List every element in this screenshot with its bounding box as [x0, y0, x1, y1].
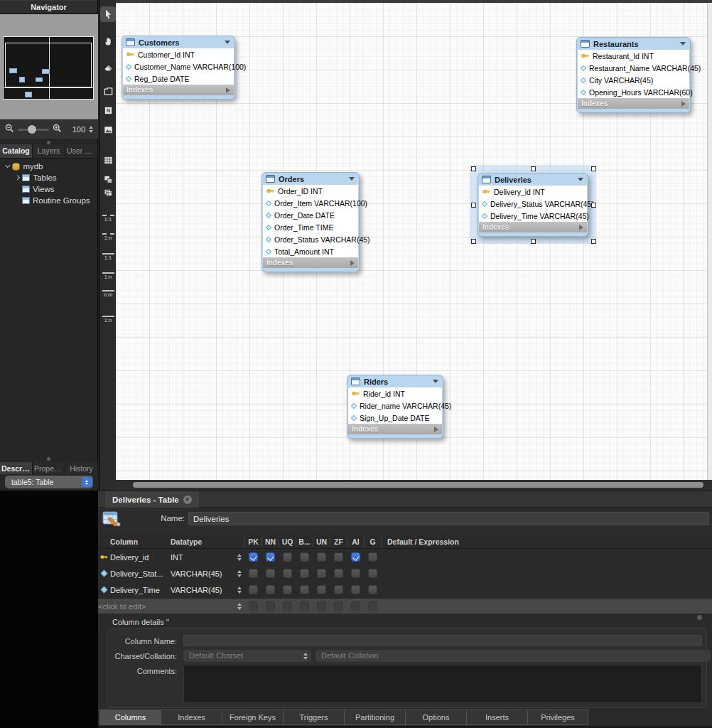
table-column-row[interactable]: Rider_id INT [348, 387, 442, 400]
checkbox-un[interactable] [317, 585, 326, 594]
checkbox-b[interactable] [300, 552, 309, 562]
table-column-row[interactable]: Sign_Up_Date DATE [348, 412, 442, 424]
checkbox-pk[interactable] [249, 552, 258, 562]
checkbox-uq[interactable] [283, 585, 292, 594]
charset-dropdown[interactable]: Default Charset [183, 650, 311, 662]
tab-catalog[interactable]: Catalog [0, 144, 33, 158]
tree-item-tables[interactable]: Tables [0, 172, 98, 183]
datatype-stepper-icon[interactable] [234, 587, 244, 594]
editor-tab-inserts[interactable]: Inserts [466, 710, 527, 725]
collation-dropdown[interactable]: Default Collation [315, 650, 711, 662]
selection-handle[interactable] [531, 239, 536, 244]
selection-handle[interactable] [531, 166, 536, 171]
tool-rel-1-1-non-identifying[interactable]: 1:1 [100, 210, 116, 226]
indexes-footer[interactable]: Indexes [479, 222, 587, 232]
tool-rel-1-n-identifying[interactable]: 1:n [100, 268, 116, 284]
table-column-row[interactable]: Order_Date DATE [263, 209, 358, 221]
grid-row-delivery-id[interactable]: Delivery_idINT [98, 549, 712, 565]
tool-layer[interactable] [100, 83, 116, 99]
checkbox-un[interactable] [317, 552, 326, 562]
checkbox-pk[interactable] [249, 569, 258, 578]
tool-rel-1-n-non-identifying[interactable]: 1:n [100, 229, 116, 245]
diagram-table-riders[interactable]: RidersRider_id INTRider_name VARCHAR(45)… [347, 375, 443, 439]
tab-user-ty-[interactable]: User Ty... [65, 144, 98, 158]
collapse-arrow-icon[interactable] [225, 41, 230, 44]
indexes-footer[interactable]: Indexes [578, 98, 689, 109]
table-column-row[interactable]: Opening_Hours VARCHAR(60) [578, 86, 689, 98]
cell-datatype[interactable]: VARCHAR(45) [171, 586, 234, 594]
checkbox-uq[interactable] [283, 569, 292, 578]
table-column-row[interactable]: Delivery_Status VARCHAR(45) [479, 198, 587, 210]
cell-column-name[interactable]: Delivery_Time [110, 586, 171, 594]
table-column-row[interactable]: Order_Status VARCHAR(45) [263, 233, 358, 245]
tab-properties[interactable]: Properties [33, 462, 65, 475]
zoom-out-icon[interactable] [5, 123, 14, 136]
table-column-row[interactable]: City VARCHAR(45) [578, 74, 689, 86]
canvas-vertical-scrollbar[interactable] [707, 3, 712, 480]
tab-history[interactable]: History [65, 462, 98, 475]
selection-handle[interactable] [591, 166, 596, 171]
selection-handle[interactable] [471, 166, 476, 171]
diagram-table-deliveries[interactable]: DeliveriesDelivery_id INTDelivery_Status… [478, 173, 588, 237]
tree-item-routine-groups[interactable]: Routine Groups [0, 195, 98, 206]
editor-tab-deliveries[interactable]: Deliveries - Table ✕ [105, 491, 199, 508]
grid-row-delivery-time[interactable]: Delivery_TimeVARCHAR(45) [98, 582, 712, 598]
tool-cursor[interactable] [100, 6, 116, 22]
checkbox-nn[interactable] [266, 569, 275, 578]
tree-item-views[interactable]: Views [0, 183, 98, 195]
minimap-viewport-rect[interactable] [5, 43, 92, 87]
collapse-arrow-icon[interactable] [349, 177, 355, 181]
indexes-footer[interactable]: Indexes [348, 424, 442, 434]
table-column-row[interactable]: Restaurant_Id INT [578, 50, 689, 62]
horizontal-scrollbar-thumb[interactable] [133, 482, 703, 488]
tree-item-schema[interactable]: mydb [0, 161, 98, 172]
zoom-in-icon[interactable] [53, 123, 62, 136]
tab-layers[interactable]: Layers [33, 144, 65, 158]
editor-tab-triggers[interactable]: Triggers [283, 710, 344, 725]
checkbox-zf[interactable] [334, 585, 343, 594]
table-column-row[interactable]: Rider_name VARCHAR(45) [348, 400, 442, 412]
panel-drag-handle-2[interactable] [47, 457, 50, 461]
zoom-slider-thumb[interactable] [28, 125, 36, 134]
tool-rel-1-n-existing-columns[interactable]: 1:n [100, 311, 116, 327]
checkbox-pk[interactable] [249, 585, 258, 594]
editor-tab-indexes[interactable]: Indexes [161, 710, 222, 725]
eer-diagram-canvas[interactable]: CustomersCustomer_Id INTCustomer_Name VA… [116, 3, 707, 480]
navigator-minimap[interactable] [0, 14, 98, 119]
checkbox-ai[interactable] [351, 569, 360, 578]
tool-routine-group[interactable] [100, 185, 116, 200]
checkbox-zf[interactable] [334, 552, 343, 562]
checkbox-g[interactable] [368, 585, 377, 594]
collapse-arrow-icon[interactable] [680, 42, 686, 46]
canvas-horizontal-scrollbar[interactable] [116, 480, 712, 491]
cell-column-name[interactable]: Delivery_Stat... [110, 569, 171, 578]
indexes-footer[interactable]: Indexes [263, 257, 358, 268]
tool-hand[interactable] [100, 33, 116, 48]
table-header[interactable]: Riders [347, 375, 443, 387]
cell-datatype[interactable]: VARCHAR(45) [171, 569, 234, 578]
table-column-row[interactable]: Total_Amount INT [263, 245, 358, 257]
table-name-input[interactable] [188, 512, 709, 525]
collapse-arrow-icon[interactable] [578, 178, 583, 181]
tool-eraser[interactable] [100, 59, 116, 75]
tool-image[interactable] [100, 122, 116, 137]
tool-rel-1-1-identifying[interactable]: 1:1 [100, 249, 116, 264]
checkbox-un[interactable] [317, 569, 326, 578]
editor-tab-foreign-keys[interactable]: Foreign Keys [222, 710, 283, 725]
selection-handle[interactable] [471, 239, 476, 244]
expand-arrow-icon[interactable] [350, 260, 355, 266]
table-header[interactable]: Restaurants [577, 38, 690, 50]
checkbox-uq[interactable] [283, 552, 292, 562]
checkbox-b[interactable] [300, 569, 309, 578]
tab-descript-[interactable]: Descript... [0, 462, 33, 475]
grid-row-delivery-stat-[interactable]: Delivery_Stat...VARCHAR(45) [98, 565, 712, 582]
close-icon[interactable]: ✕ [183, 496, 192, 504]
table-column-row[interactable]: Restaurant_Name VARCHAR(45) [578, 62, 689, 74]
checkbox-g[interactable] [368, 552, 377, 562]
editor-tab-options[interactable]: Options [405, 710, 466, 725]
table-column-row[interactable]: Customer_Id INT [123, 48, 234, 60]
tool-table[interactable] [100, 152, 116, 168]
comments-textarea[interactable] [183, 665, 702, 703]
checkbox-nn[interactable] [266, 585, 275, 594]
diagram-table-orders[interactable]: OrdersOrder_ID INTOrder_Item VARCHAR(100… [261, 172, 360, 272]
